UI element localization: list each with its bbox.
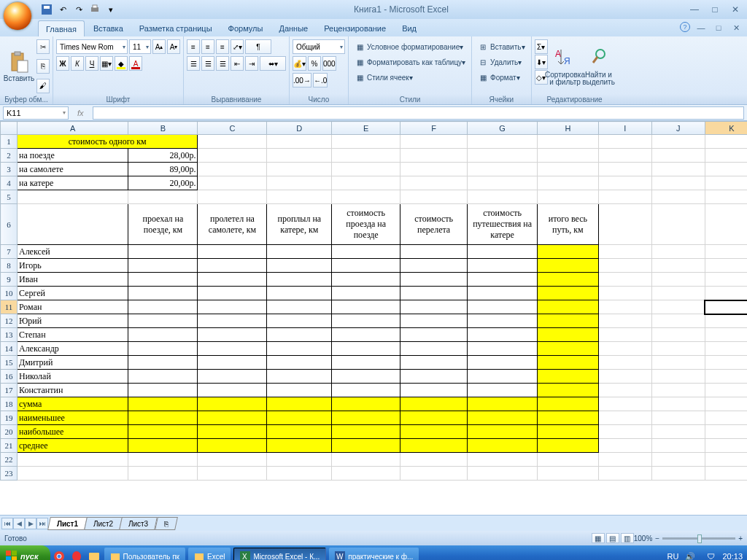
clock[interactable]: 20:13 bbox=[722, 552, 743, 560]
col-header[interactable]: E bbox=[332, 122, 400, 135]
close-button[interactable]: ✕ bbox=[727, 4, 744, 15]
comma-button[interactable]: 000 bbox=[322, 56, 336, 71]
row-header[interactable]: 8 bbox=[1, 259, 18, 273]
tab-insert[interactable]: Вставка bbox=[86, 20, 131, 36]
col-header[interactable]: A bbox=[17, 122, 128, 135]
underline-button[interactable]: Ч bbox=[85, 56, 98, 71]
cell[interactable]: проехал на поезде, км bbox=[128, 204, 198, 245]
increase-decimal-button[interactable]: .00→ bbox=[293, 73, 311, 88]
cell[interactable]: сумма bbox=[17, 397, 128, 411]
insert-cells-button[interactable]: ⊞Вставить ▾ bbox=[475, 39, 527, 54]
fx-icon[interactable]: fx bbox=[71, 109, 90, 117]
tab-formulas[interactable]: Формулы bbox=[221, 20, 271, 36]
cell[interactable]: Юрий bbox=[17, 314, 128, 328]
maximize-button[interactable]: □ bbox=[706, 4, 724, 15]
save-icon[interactable] bbox=[41, 4, 53, 15]
number-format-combo[interactable]: Общий bbox=[293, 39, 345, 54]
cell[interactable]: стоимость перелета bbox=[400, 204, 468, 245]
cell[interactable]: наименьшее bbox=[17, 411, 128, 425]
tray-icon[interactable]: 🔊 bbox=[684, 550, 697, 560]
conditional-formatting-button[interactable]: ▦Условное форматирование ▾ bbox=[352, 39, 468, 54]
view-pagebreak-button[interactable]: ▥ bbox=[621, 533, 634, 543]
row-header[interactable]: 13 bbox=[1, 328, 18, 342]
font-color-button[interactable]: A bbox=[129, 56, 142, 71]
cell[interactable]: на катере bbox=[17, 176, 128, 190]
align-top-button[interactable]: ≡ bbox=[187, 39, 200, 54]
row-header[interactable]: 23 bbox=[1, 467, 18, 481]
cell[interactable]: стоимость одного км bbox=[17, 135, 197, 149]
taskbar-item-active[interactable]: XMicrosoft Excel - К... bbox=[233, 548, 326, 560]
row-header[interactable]: 6 bbox=[1, 204, 18, 245]
increase-indent-button[interactable]: ⇥ bbox=[245, 56, 258, 71]
cell[interactable]: Дмитрий bbox=[17, 356, 128, 370]
view-layout-button[interactable]: ▤ bbox=[606, 533, 619, 543]
merge-button[interactable]: ⬌▾ bbox=[260, 56, 286, 71]
cell[interactable]: итого весь путь, км bbox=[538, 204, 599, 245]
fill-color-button[interactable]: ◆ bbox=[115, 56, 128, 71]
tab-view[interactable]: Вид bbox=[395, 20, 424, 36]
row-header[interactable]: 5 bbox=[1, 190, 18, 204]
sheet-nav-next[interactable]: ▶ bbox=[25, 518, 36, 529]
row-header[interactable]: 19 bbox=[1, 411, 18, 425]
mdi-close-button[interactable]: ✕ bbox=[729, 22, 743, 34]
sheet-tab[interactable]: Лист2 bbox=[84, 517, 123, 530]
cell[interactable] bbox=[17, 204, 128, 245]
office-button[interactable] bbox=[3, 1, 32, 31]
align-left-button[interactable]: ☰ bbox=[187, 56, 200, 71]
sheet-tab[interactable]: Лист3 bbox=[120, 517, 158, 530]
row-header[interactable]: 3 bbox=[1, 163, 18, 176]
cell[interactable]: Александр bbox=[17, 342, 128, 356]
cell[interactable]: Алексей bbox=[17, 245, 128, 259]
row-header[interactable]: 15 bbox=[1, 356, 18, 370]
col-header[interactable]: F bbox=[400, 122, 468, 135]
col-header[interactable]: B bbox=[128, 122, 198, 135]
cell[interactable]: на самолете bbox=[17, 163, 128, 176]
cell[interactable]: Сергей bbox=[17, 287, 128, 300]
row-header[interactable]: 20 bbox=[1, 425, 18, 439]
zoom-out-button[interactable]: − bbox=[655, 534, 659, 542]
active-cell[interactable] bbox=[705, 300, 747, 314]
sheet-tab[interactable]: Лист1 bbox=[47, 517, 88, 530]
explorer-icon[interactable] bbox=[88, 550, 101, 560]
shrink-font-button[interactable]: A▾ bbox=[167, 39, 180, 54]
row-header[interactable]: 11 bbox=[1, 300, 18, 314]
cell[interactable]: Константин bbox=[17, 384, 128, 397]
row-header[interactable]: 9 bbox=[1, 273, 18, 287]
wrap-text-button[interactable]: ¶ bbox=[245, 39, 271, 54]
paste-button[interactable]: Вставить bbox=[3, 38, 35, 95]
col-header[interactable]: I bbox=[598, 122, 651, 135]
select-all-button[interactable] bbox=[1, 122, 18, 135]
tray-icon[interactable]: 🛡 bbox=[704, 550, 717, 560]
format-as-table-button[interactable]: ▦Форматировать как таблицу ▾ bbox=[352, 55, 468, 69]
copy-button[interactable]: ⎘ bbox=[36, 59, 50, 74]
row-header[interactable]: 21 bbox=[1, 439, 18, 453]
mdi-restore-button[interactable]: □ bbox=[712, 22, 725, 34]
worksheet-grid[interactable]: A B C D E F G H I J K 1 стоимость одного… bbox=[0, 121, 747, 515]
percent-button[interactable]: % bbox=[308, 56, 321, 71]
tab-home[interactable]: Главная bbox=[38, 20, 85, 36]
cell[interactable]: Игорь bbox=[17, 259, 128, 273]
cell[interactable]: на поезде bbox=[17, 149, 128, 163]
new-sheet-button[interactable]: ⎘ bbox=[155, 517, 178, 530]
decrease-decimal-button[interactable]: ←.0 bbox=[313, 73, 328, 88]
zoom-slider[interactable] bbox=[662, 537, 735, 540]
sort-filter-button[interactable]: АЯ Сортировка и фильтр bbox=[549, 38, 581, 95]
sheet-nav-last[interactable]: ⏭ bbox=[36, 518, 48, 529]
cell[interactable]: 89,00р. bbox=[128, 163, 198, 176]
font-size-combo[interactable]: 11 bbox=[129, 39, 151, 54]
col-header[interactable]: C bbox=[198, 122, 267, 135]
align-center-button[interactable]: ☰ bbox=[201, 56, 214, 71]
row-header[interactable]: 4 bbox=[1, 176, 18, 190]
currency-button[interactable]: 💰▾ bbox=[293, 56, 306, 71]
name-box[interactable]: K11 bbox=[3, 106, 69, 120]
cut-button[interactable]: ✂ bbox=[36, 39, 50, 54]
row-header[interactable]: 14 bbox=[1, 342, 18, 356]
taskbar-item[interactable]: Wпрактические к ф... bbox=[329, 548, 419, 560]
cell[interactable]: Роман bbox=[17, 300, 128, 314]
print-preview-icon[interactable] bbox=[89, 4, 101, 15]
col-header[interactable]: D bbox=[267, 122, 332, 135]
border-button[interactable]: ▦▾ bbox=[100, 56, 113, 71]
cell-styles-button[interactable]: ▦Стили ячеек ▾ bbox=[352, 70, 468, 85]
find-select-button[interactable]: Найти и выделить bbox=[583, 38, 615, 95]
opera-icon[interactable] bbox=[70, 550, 83, 560]
